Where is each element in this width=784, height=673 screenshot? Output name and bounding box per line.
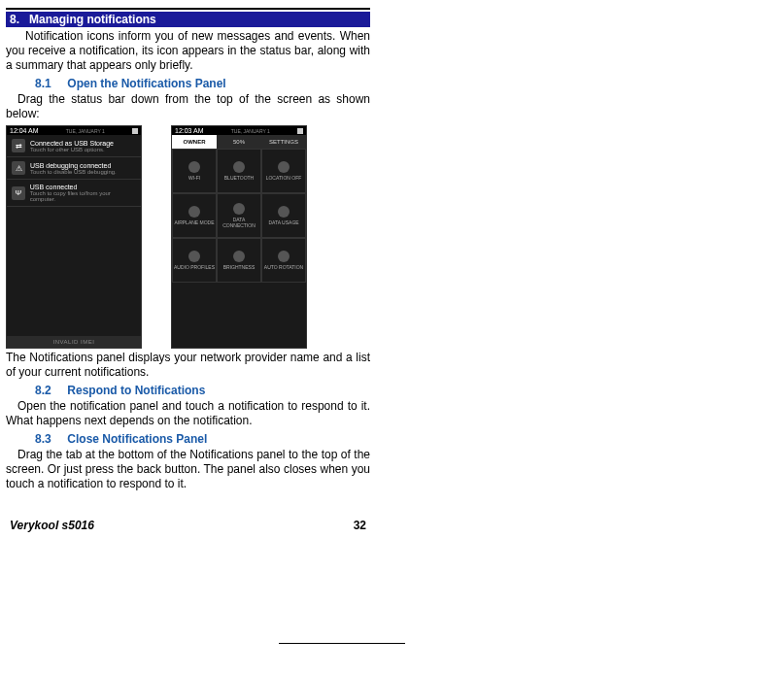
subheading-8-3: 8.3 Close Notifications Panel [6,432,370,446]
list-item: Ψ USB connected Touch to copy files to/f… [7,180,141,207]
notif-sub: Touch to disable USB debugging. [30,169,117,175]
usb-plug-icon: Ψ [12,186,25,200]
airplane-icon [188,206,200,218]
status-icons [132,128,138,134]
notif-title: USB debugging connected [30,162,117,169]
intro-paragraph: Notification icons inform you of new mes… [6,29,370,73]
section-number: 8. [10,13,19,26]
wifi-icon [188,161,200,173]
s81-body: Drag the status bar down from the top of… [6,92,370,121]
tile-airplane: AIRPLANE MODE [172,193,217,238]
notif-sub: Touch for other USB options. [30,147,114,152]
notif-footer: INVALID IMEI [7,336,141,348]
s82-body: Open the notification panel and touch a … [6,399,370,428]
list-item: ⚠ USB debugging connected Touch to disab… [7,157,141,180]
status-bar: 12:03 AM TUE, JANUARY 1 [172,126,306,135]
data-icon [233,203,245,215]
tile-bluetooth: BLUETOOTH [217,149,261,193]
phone-notifications: 12:04 AM TUE, JANUARY 1 ⇄ Connected as U… [6,125,142,349]
subheading-title: Respond to Notifications [67,384,205,397]
subheading-8-1: 8.1 Open the Notifications Panel [6,77,370,90]
location-icon [278,161,290,173]
notification-list: ⇄ Connected as USB Storage Touch for oth… [7,135,141,336]
brightness-icon [233,251,245,262]
notif-title: Connected as USB Storage [30,140,114,147]
list-icon [132,128,138,134]
phone-quicksettings: 12:03 AM TUE, JANUARY 1 OWNER 50% SETTIN… [171,125,307,349]
section-title: Managing notifications [29,13,156,26]
section-header: 8. Managing notifications [6,12,370,27]
notif-sub: Touch to copy files to/from your compute… [30,190,136,202]
subheading-title: Close Notifications Panel [67,432,207,446]
qs-settings: SETTINGS [261,135,306,149]
s83-body: Drag the tab at the bottom of the Notifi… [6,448,370,491]
status-date: TUE, JANUARY 1 [231,128,270,134]
qs-header: OWNER 50% SETTINGS [172,135,306,149]
usb-icon: ⇄ [12,139,25,152]
list-item: ⇄ Connected as USB Storage Touch for oth… [7,135,141,157]
subheading-title: Open the Notifications Panel [67,77,225,90]
subheading-8-2: 8.2 Respond to Notifications [6,384,370,397]
subheading-num: 8.1 [6,77,64,90]
tile-location: LOCATION OFF [261,149,306,193]
figure-row: 12:04 AM TUE, JANUARY 1 ⇄ Connected as U… [6,125,370,349]
warning-icon: ⚠ [12,161,25,175]
notif-title: USB connected [30,184,136,190]
qs-owner: OWNER [172,135,217,149]
audio-icon [188,251,200,262]
status-time: 12:03 AM [175,127,204,134]
s81-after: The Notifications panel displays your ne… [6,351,370,380]
manual-page: 8. Managing notifications Notification i… [6,8,370,542]
status-bar: 12:04 AM TUE, JANUARY 1 [7,126,141,135]
bluetooth-icon [233,161,245,173]
page-number: 32 [354,519,366,532]
tile-rotation: AUTO ROTATION [261,238,306,283]
status-icons [297,128,303,134]
tile-wifi: WI-FI [172,149,217,193]
subheading-num: 8.2 [6,384,64,397]
subheading-num: 8.3 [6,432,64,446]
device-name: Verykool s5016 [10,519,94,532]
qs-grid: WI-FI BLUETOOTH LOCATION OFF AIRPLANE MO… [172,149,306,348]
tile-datausage: DATA USAGE [261,193,306,238]
status-date: TUE, JANUARY 1 [66,128,105,134]
qs-battery: 50% [217,135,261,149]
status-time: 12:04 AM [10,127,39,134]
tile-data: DATA CONNECTION [217,193,261,238]
tile-audio: AUDIO PROFILES [172,238,217,283]
list-icon [297,128,303,134]
datausage-icon [278,206,290,218]
rotation-icon [278,251,290,262]
page-footer: Verykool s5016 32 [6,519,370,532]
tile-brightness: BRIGHTNESS [217,238,261,283]
